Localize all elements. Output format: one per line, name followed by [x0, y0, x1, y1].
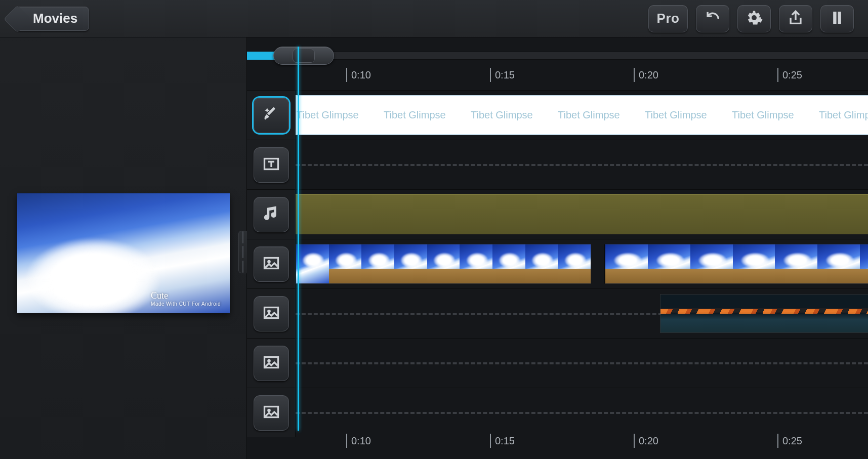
topbar: Movies Pro: [0, 0, 868, 37]
track-button-video-3[interactable]: [254, 346, 289, 381]
pro-button-label: Pro: [657, 11, 680, 26]
video-frame: [361, 244, 394, 283]
video-clip[interactable]: [296, 244, 591, 284]
video-frame: [605, 244, 648, 283]
video-frame: [746, 295, 788, 332]
track-lane-video-4[interactable]: [296, 388, 868, 437]
track-head-video-2: [247, 289, 296, 338]
share-button[interactable]: [779, 5, 812, 32]
undo-icon: [704, 9, 721, 28]
video-frame: [660, 295, 703, 332]
time-ruler-top[interactable]: 0:100:150:200:25: [247, 68, 868, 88]
theme-clip-label: Tibet Glimpse: [645, 109, 732, 121]
image-icon: [262, 254, 280, 274]
time-tick: 0:10: [346, 68, 371, 82]
video-frame: [703, 295, 746, 332]
track-head-music: [247, 190, 296, 239]
playhead[interactable]: [298, 47, 299, 431]
video-frame: [788, 295, 831, 332]
time-tick-label: 0:10: [351, 69, 371, 81]
track-text: [247, 140, 868, 189]
undo-button[interactable]: [696, 5, 729, 32]
track-lane-video-2[interactable]: [296, 289, 868, 338]
theme-clip-label: Tibet Glimpse: [471, 109, 558, 121]
video-frame: [427, 244, 460, 283]
panel-drag-handle[interactable]: [238, 231, 247, 273]
theme-clip[interactable]: Tibet GlimpseTibet GlimpseTibet GlimpseT…: [296, 95, 868, 135]
image-icon: [262, 353, 280, 373]
video-frame: [460, 244, 492, 283]
video-clip[interactable]: [604, 244, 868, 284]
back-button[interactable]: Movies: [14, 7, 89, 31]
video-preview[interactable]: Cute Made With CUT For Android: [17, 193, 230, 313]
image-icon: [262, 304, 280, 324]
track-head-video-1: [247, 239, 296, 288]
time-tick: 0:15: [490, 68, 515, 82]
track-lane-music[interactable]: [296, 190, 868, 239]
time-tick-label: 0:25: [782, 435, 802, 447]
toolbar-actions: Pro: [648, 5, 854, 32]
video-frame: [394, 244, 427, 283]
pause-icon: [829, 9, 846, 28]
theme-clip-label: Tibet Glimpse: [558, 109, 645, 121]
watermark-logo: Cute: [151, 290, 168, 301]
share-icon: [787, 9, 804, 28]
music-clip[interactable]: [296, 194, 868, 234]
time-tick: 0:15: [490, 434, 515, 448]
back-button-label: Movies: [33, 11, 77, 26]
video-frame: [296, 244, 329, 283]
track-theme: Tibet GlimpseTibet GlimpseTibet GlimpseT…: [247, 90, 868, 140]
video-frame: [860, 244, 868, 283]
theme-clip-label: Tibet Glimpse: [732, 109, 819, 121]
timeline: 0:100:150:200:25 Tibet GlimpseTibet Glim…: [247, 37, 868, 459]
theme-clip-label: Tibet Glimpse: [297, 109, 384, 121]
gear-icon: [746, 9, 763, 28]
video-frame: [558, 244, 591, 283]
music-icon: [262, 204, 280, 225]
track-music: [247, 189, 868, 239]
track-button-music[interactable]: [254, 197, 289, 232]
pause-button[interactable]: [820, 5, 854, 32]
track-video-1: [247, 239, 868, 288]
settings-button[interactable]: [737, 5, 771, 32]
time-tick: 0:25: [777, 434, 802, 448]
video-frame: [492, 244, 525, 283]
video-clip[interactable]: [660, 294, 868, 333]
video-frame: [648, 244, 690, 283]
scrubber-knob[interactable]: [273, 47, 334, 65]
time-tick-label: 0:15: [495, 69, 515, 81]
track-video-2: [247, 288, 868, 338]
track-lane-video-3[interactable]: [296, 339, 868, 388]
svg-point-2: [267, 260, 270, 263]
track-button-video-2[interactable]: [254, 296, 289, 331]
time-tick: 0:25: [777, 68, 802, 82]
scrubber-bar: [247, 47, 868, 63]
track-video-3: [247, 338, 868, 388]
video-frame: [733, 244, 775, 283]
track-button-text[interactable]: [254, 147, 289, 183]
track-video-4: [247, 388, 868, 437]
theme-clip-label: Tibet Glimpse: [819, 109, 868, 121]
time-tick-label: 0:15: [495, 435, 515, 447]
track-button-video-1[interactable]: [254, 246, 289, 282]
preview-watermark: Cute Made With CUT For Android: [151, 290, 221, 307]
track-lane-theme[interactable]: Tibet GlimpseTibet GlimpseTibet GlimpseT…: [296, 91, 868, 140]
image-icon: [262, 403, 280, 423]
svg-point-4: [267, 310, 270, 312]
pro-button[interactable]: Pro: [648, 5, 688, 32]
track-button-theme[interactable]: [254, 98, 289, 133]
video-frame: [329, 244, 362, 283]
track-lane-text[interactable]: [296, 140, 868, 189]
video-frame: [775, 244, 817, 283]
track-head-theme: [247, 91, 296, 140]
scrubber-track[interactable]: [247, 52, 868, 60]
time-tick-label: 0:10: [351, 435, 371, 447]
video-frame: [817, 244, 860, 283]
preview-panel: Cute Made With CUT For Android: [0, 37, 247, 459]
time-tick-label: 0:25: [782, 69, 802, 81]
text-icon: [262, 155, 280, 175]
track-lane-video-1[interactable]: [296, 239, 868, 288]
time-ruler-bottom[interactable]: 0:100:150:200:25: [247, 434, 868, 454]
track-button-video-4[interactable]: [254, 395, 289, 431]
video-frame: [525, 244, 558, 283]
